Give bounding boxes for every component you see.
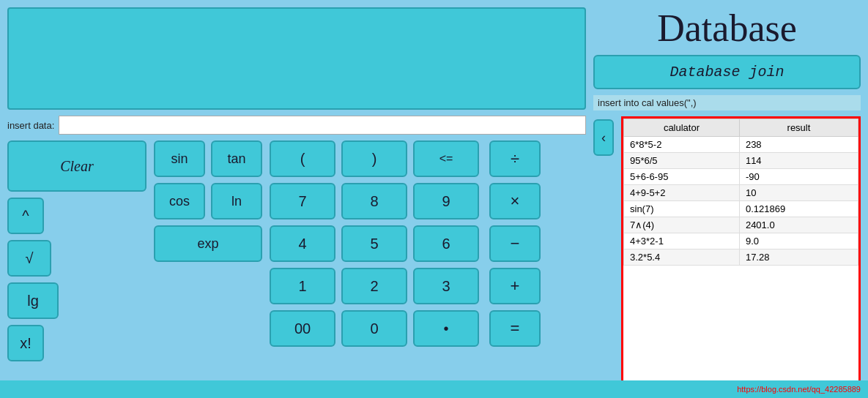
table-row: 5+6-6-95-90 [624,169,858,185]
4-button[interactable]: 4 [270,225,335,262]
table-row: 4+9-5+210 [624,185,858,201]
backspace-button[interactable]: <= [413,140,479,177]
xfact-button[interactable]: x! [7,325,44,361]
div-button[interactable]: ÷ [489,140,541,177]
power-button[interactable]: ^ [7,198,44,234]
db-table: calulator result 6*8*5-223895*6/51145+6-… [623,119,858,266]
table-cell-result: 114 [739,153,858,169]
open-paren-button[interactable]: ( [270,140,335,177]
lg-button[interactable]: lg [7,282,59,319]
table-cell-calc: 5+6-6-95 [624,169,740,185]
table-cell-calc: 7∧(4) [624,217,740,233]
table-cell-calc: 4+9-5+2 [624,185,740,201]
2-button[interactable]: 2 [341,268,407,304]
insert-data-label: insert data: [7,120,54,131]
tan-button[interactable]: tan [211,140,262,177]
col-header-result: result [739,119,858,137]
table-cell-result: 9.0 [739,233,858,249]
eq-button[interactable]: = [489,310,541,347]
9-button[interactable]: 9 [413,183,479,219]
table-row: 95*6/5114 [624,153,858,169]
00-button[interactable]: 00 [270,310,335,347]
table-cell-result: -90 [739,169,858,185]
table-cell-result: 2401.0 [739,217,858,233]
db-table-wrapper: calulator result 6*8*5-223895*6/51145+6-… [621,116,861,391]
db-prev-button[interactable]: ‹ [593,119,614,156]
0-button[interactable]: 0 [341,310,407,347]
table-cell-calc: 95*6/5 [624,153,740,169]
col-header-calc: calulator [624,119,740,137]
table-cell-calc: 4+3*2-1 [624,233,740,249]
table-row: 4+3*2-19.0 [624,233,858,249]
calculator-display [7,7,586,110]
table-cell-result: 17.28 [739,249,858,266]
table-cell-calc: 3.2*5.4 [624,249,740,266]
table-cell-result: 238 [739,137,858,153]
db-insert-label: insert into cal values(",) [593,95,861,110]
add-button[interactable]: + [489,268,541,304]
mul-button[interactable]: × [489,183,541,219]
close-paren-button[interactable]: ) [341,140,407,177]
table-row: sin(7)0.121869 [624,201,858,217]
exp-button[interactable]: exp [154,225,262,262]
table-row: 7∧(4)2401.0 [624,217,858,233]
table-cell-result: 0.121869 [739,201,858,217]
5-button[interactable]: 5 [341,225,407,262]
bottom-url: https://blog.csdn.net/qq_42285889 [737,385,861,394]
bottom-bar: https://blog.csdn.net/qq_42285889 [0,380,868,398]
8-button[interactable]: 8 [341,183,407,219]
ln-button[interactable]: ln [211,183,262,219]
table-row: 6*8*5-2238 [624,137,858,153]
table-cell-result: 10 [739,185,858,201]
db-title: Database [593,7,861,49]
1-button[interactable]: 1 [270,268,335,304]
table-row: 3.2*5.417.28 [624,249,858,266]
sub-button[interactable]: − [489,225,541,262]
dot-button[interactable]: • [413,310,479,347]
db-join-button[interactable]: Database join [593,55,861,89]
clear-button[interactable]: Clear [7,140,146,192]
table-cell-calc: sin(7) [624,201,740,217]
6-button[interactable]: 6 [413,225,479,262]
7-button[interactable]: 7 [270,183,335,219]
3-button[interactable]: 3 [413,268,479,304]
insert-data-input[interactable] [59,116,586,135]
sqrt-button[interactable]: √ [7,240,51,277]
sin-button[interactable]: sin [154,140,205,177]
cos-button[interactable]: cos [154,183,205,219]
table-cell-calc: 6*8*5-2 [624,137,740,153]
